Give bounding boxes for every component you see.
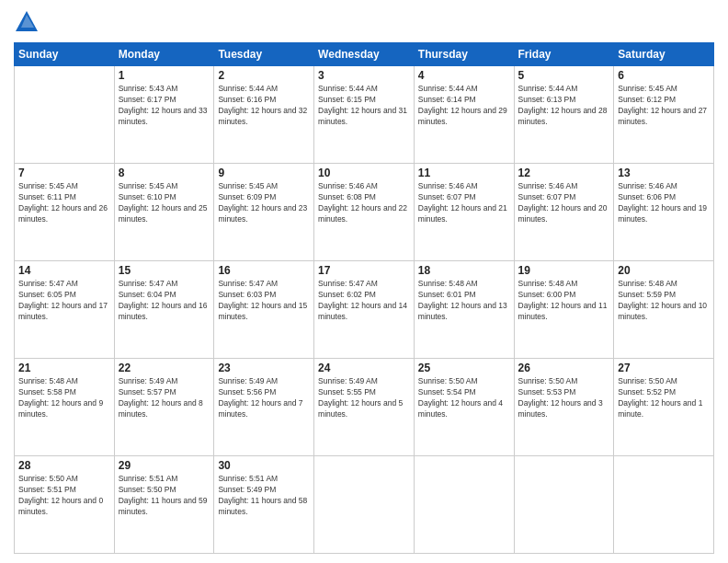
calendar-cell: 3Sunrise: 5:44 AM Sunset: 6:15 PM Daylig… bbox=[314, 66, 415, 164]
cell-info: Sunrise: 5:50 AM Sunset: 5:52 PM Dayligh… bbox=[618, 376, 710, 420]
cell-info: Sunrise: 5:48 AM Sunset: 5:59 PM Dayligh… bbox=[618, 279, 710, 323]
day-number: 4 bbox=[418, 69, 510, 82]
calendar-cell: 17Sunrise: 5:47 AM Sunset: 6:02 PM Dayli… bbox=[314, 261, 415, 359]
calendar-cell bbox=[514, 456, 614, 554]
cell-info: Sunrise: 5:45 AM Sunset: 6:10 PM Dayligh… bbox=[119, 181, 210, 225]
cell-info: Sunrise: 5:43 AM Sunset: 6:17 PM Dayligh… bbox=[119, 84, 210, 128]
cell-info: Sunrise: 5:47 AM Sunset: 6:04 PM Dayligh… bbox=[119, 279, 210, 323]
day-number: 15 bbox=[119, 264, 210, 277]
day-number: 16 bbox=[218, 264, 310, 277]
day-number: 21 bbox=[18, 362, 110, 374]
day-number: 14 bbox=[18, 264, 110, 277]
day-number: 12 bbox=[518, 167, 610, 179]
day-number: 19 bbox=[518, 264, 610, 277]
weekday-header-wednesday: Wednesday bbox=[314, 43, 415, 66]
calendar-cell: 28Sunrise: 5:50 AM Sunset: 5:51 PM Dayli… bbox=[15, 456, 115, 554]
calendar-cell bbox=[414, 456, 514, 554]
weekday-header-friday: Friday bbox=[514, 43, 614, 66]
week-row-3: 14Sunrise: 5:47 AM Sunset: 6:05 PM Dayli… bbox=[15, 261, 714, 359]
day-number: 20 bbox=[618, 264, 710, 277]
cell-info: Sunrise: 5:48 AM Sunset: 6:00 PM Dayligh… bbox=[518, 279, 610, 323]
day-number: 24 bbox=[318, 362, 410, 374]
cell-info: Sunrise: 5:49 AM Sunset: 5:56 PM Dayligh… bbox=[218, 376, 310, 420]
day-number: 8 bbox=[119, 167, 210, 179]
cell-info: Sunrise: 5:47 AM Sunset: 6:03 PM Dayligh… bbox=[218, 279, 310, 323]
calendar-cell: 16Sunrise: 5:47 AM Sunset: 6:03 PM Dayli… bbox=[214, 261, 314, 359]
calendar-cell: 18Sunrise: 5:48 AM Sunset: 6:01 PM Dayli… bbox=[414, 261, 514, 359]
calendar-cell: 11Sunrise: 5:46 AM Sunset: 6:07 PM Dayli… bbox=[414, 164, 514, 261]
page: SundayMondayTuesdayWednesdayThursdayFrid… bbox=[0, 0, 728, 563]
day-number: 9 bbox=[218, 167, 310, 179]
weekday-header-row: SundayMondayTuesdayWednesdayThursdayFrid… bbox=[15, 43, 714, 66]
cell-info: Sunrise: 5:47 AM Sunset: 6:02 PM Dayligh… bbox=[318, 279, 410, 323]
day-number: 3 bbox=[318, 69, 410, 82]
day-number: 26 bbox=[518, 362, 610, 374]
cell-info: Sunrise: 5:51 AM Sunset: 5:49 PM Dayligh… bbox=[218, 474, 310, 518]
cell-info: Sunrise: 5:45 AM Sunset: 6:12 PM Dayligh… bbox=[618, 84, 710, 128]
day-number: 1 bbox=[119, 69, 210, 82]
calendar-cell: 15Sunrise: 5:47 AM Sunset: 6:04 PM Dayli… bbox=[114, 261, 214, 359]
cell-info: Sunrise: 5:48 AM Sunset: 5:58 PM Dayligh… bbox=[18, 376, 110, 420]
calendar-cell: 10Sunrise: 5:46 AM Sunset: 6:08 PM Dayli… bbox=[314, 164, 415, 261]
cell-info: Sunrise: 5:50 AM Sunset: 5:51 PM Dayligh… bbox=[18, 474, 110, 518]
calendar-cell: 7Sunrise: 5:45 AM Sunset: 6:11 PM Daylig… bbox=[15, 164, 115, 261]
calendar-cell: 24Sunrise: 5:49 AM Sunset: 5:55 PM Dayli… bbox=[314, 359, 415, 456]
weekday-header-monday: Monday bbox=[114, 43, 214, 66]
calendar-cell: 30Sunrise: 5:51 AM Sunset: 5:49 PM Dayli… bbox=[214, 456, 314, 554]
cell-info: Sunrise: 5:47 AM Sunset: 6:05 PM Dayligh… bbox=[18, 279, 110, 323]
cell-info: Sunrise: 5:46 AM Sunset: 6:08 PM Dayligh… bbox=[318, 181, 410, 225]
calendar-cell: 29Sunrise: 5:51 AM Sunset: 5:50 PM Dayli… bbox=[114, 456, 214, 554]
week-row-4: 21Sunrise: 5:48 AM Sunset: 5:58 PM Dayli… bbox=[15, 359, 714, 456]
calendar-cell bbox=[314, 456, 415, 554]
cell-info: Sunrise: 5:50 AM Sunset: 5:53 PM Dayligh… bbox=[518, 376, 610, 420]
day-number: 13 bbox=[618, 167, 710, 179]
week-row-5: 28Sunrise: 5:50 AM Sunset: 5:51 PM Dayli… bbox=[15, 456, 714, 554]
cell-info: Sunrise: 5:46 AM Sunset: 6:07 PM Dayligh… bbox=[418, 181, 510, 225]
calendar-cell: 19Sunrise: 5:48 AM Sunset: 6:00 PM Dayli… bbox=[514, 261, 614, 359]
logo-icon bbox=[14, 9, 40, 35]
cell-info: Sunrise: 5:44 AM Sunset: 6:14 PM Dayligh… bbox=[418, 84, 510, 128]
day-number: 10 bbox=[318, 167, 410, 179]
cell-info: Sunrise: 5:49 AM Sunset: 5:55 PM Dayligh… bbox=[318, 376, 410, 420]
calendar-cell: 22Sunrise: 5:49 AM Sunset: 5:57 PM Dayli… bbox=[114, 359, 214, 456]
weekday-header-sunday: Sunday bbox=[15, 43, 115, 66]
day-number: 18 bbox=[418, 264, 510, 277]
day-number: 2 bbox=[218, 69, 310, 82]
cell-info: Sunrise: 5:46 AM Sunset: 6:07 PM Dayligh… bbox=[518, 181, 610, 225]
cell-info: Sunrise: 5:48 AM Sunset: 6:01 PM Dayligh… bbox=[418, 279, 510, 323]
calendar-cell bbox=[614, 456, 714, 554]
header bbox=[14, 9, 714, 35]
cell-info: Sunrise: 5:49 AM Sunset: 5:57 PM Dayligh… bbox=[119, 376, 210, 420]
weekday-header-tuesday: Tuesday bbox=[214, 43, 314, 66]
day-number: 11 bbox=[418, 167, 510, 179]
day-number: 29 bbox=[119, 459, 210, 472]
cell-info: Sunrise: 5:46 AM Sunset: 6:06 PM Dayligh… bbox=[618, 181, 710, 225]
calendar-cell: 26Sunrise: 5:50 AM Sunset: 5:53 PM Dayli… bbox=[514, 359, 614, 456]
calendar-cell: 20Sunrise: 5:48 AM Sunset: 5:59 PM Dayli… bbox=[614, 261, 714, 359]
day-number: 28 bbox=[18, 459, 110, 472]
cell-info: Sunrise: 5:44 AM Sunset: 6:13 PM Dayligh… bbox=[518, 84, 610, 128]
calendar-cell: 2Sunrise: 5:44 AM Sunset: 6:16 PM Daylig… bbox=[214, 66, 314, 164]
day-number: 30 bbox=[218, 459, 310, 472]
calendar-cell: 12Sunrise: 5:46 AM Sunset: 6:07 PM Dayli… bbox=[514, 164, 614, 261]
cell-info: Sunrise: 5:45 AM Sunset: 6:09 PM Dayligh… bbox=[218, 181, 310, 225]
calendar-cell: 1Sunrise: 5:43 AM Sunset: 6:17 PM Daylig… bbox=[114, 66, 214, 164]
calendar-cell: 4Sunrise: 5:44 AM Sunset: 6:14 PM Daylig… bbox=[414, 66, 514, 164]
day-number: 17 bbox=[318, 264, 410, 277]
calendar-cell: 6Sunrise: 5:45 AM Sunset: 6:12 PM Daylig… bbox=[614, 66, 714, 164]
cell-info: Sunrise: 5:51 AM Sunset: 5:50 PM Dayligh… bbox=[119, 474, 210, 518]
weekday-header-saturday: Saturday bbox=[614, 43, 714, 66]
calendar-cell: 13Sunrise: 5:46 AM Sunset: 6:06 PM Dayli… bbox=[614, 164, 714, 261]
cell-info: Sunrise: 5:50 AM Sunset: 5:54 PM Dayligh… bbox=[418, 376, 510, 420]
calendar-cell: 5Sunrise: 5:44 AM Sunset: 6:13 PM Daylig… bbox=[514, 66, 614, 164]
day-number: 7 bbox=[18, 167, 110, 179]
cell-info: Sunrise: 5:45 AM Sunset: 6:11 PM Dayligh… bbox=[18, 181, 110, 225]
calendar-cell: 14Sunrise: 5:47 AM Sunset: 6:05 PM Dayli… bbox=[15, 261, 115, 359]
day-number: 5 bbox=[518, 69, 610, 82]
weekday-header-thursday: Thursday bbox=[414, 43, 514, 66]
day-number: 25 bbox=[418, 362, 510, 374]
calendar-cell: 21Sunrise: 5:48 AM Sunset: 5:58 PM Dayli… bbox=[15, 359, 115, 456]
day-number: 23 bbox=[218, 362, 310, 374]
calendar-cell: 23Sunrise: 5:49 AM Sunset: 5:56 PM Dayli… bbox=[214, 359, 314, 456]
calendar-cell: 25Sunrise: 5:50 AM Sunset: 5:54 PM Dayli… bbox=[414, 359, 514, 456]
